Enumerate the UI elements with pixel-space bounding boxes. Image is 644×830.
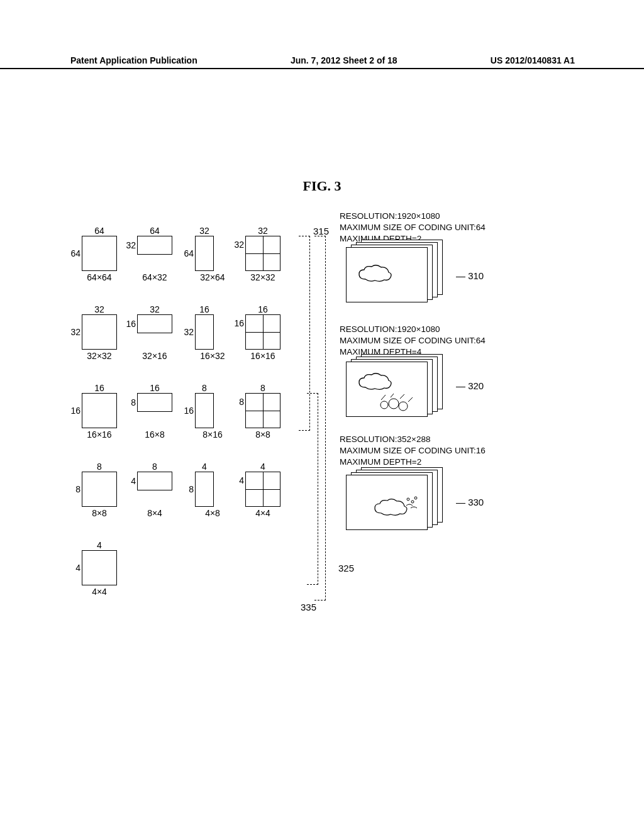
cell-left-label: 16: [181, 406, 194, 416]
cell-8x16: 8 16 8×16: [195, 393, 230, 428]
cell-top-label: 8: [245, 383, 280, 393]
cell-left-label: 16: [123, 319, 136, 329]
cell-8x8: 8 8 8×8: [82, 472, 117, 507]
cloud-scene-icon: [372, 494, 422, 523]
cell-top-label: 16: [82, 383, 117, 393]
box-icon: [137, 393, 172, 412]
svg-point-4: [411, 501, 414, 503]
box-icon: [137, 472, 172, 490]
cell-top-label: 16: [245, 304, 280, 314]
info-line: RESOLUTION:352×288: [340, 434, 486, 445]
cell-bottom-label: 4×4: [82, 587, 117, 597]
cell-8x4: 8 4 8×4: [137, 472, 172, 507]
cell-bottom-label: 32×32: [82, 351, 117, 361]
ref-320: — 320: [456, 380, 484, 391]
image-stack-330: [346, 475, 440, 538]
box-icon: [82, 236, 117, 271]
header-right: US 2012/0140831 A1: [491, 55, 575, 65]
info-block-3: RESOLUTION:352×288 MAXIMUM SIZE OF CODIN…: [340, 434, 486, 468]
cell-16x16: 16 16 16×16: [245, 314, 280, 350]
cell-left-label: 8: [68, 484, 80, 494]
cell-top-label: 4: [195, 462, 214, 472]
cell-bottom-label: 4×8: [195, 508, 230, 518]
cell-left-label: 16: [68, 406, 80, 416]
image-stack-320: [346, 362, 440, 424]
cell-left-label: 32: [181, 327, 194, 337]
cell-bottom-label: 16×32: [195, 351, 230, 361]
cell-top-label: 32: [245, 226, 280, 236]
box-split-icon: [245, 472, 280, 507]
box-icon: [195, 393, 214, 428]
cell-top-label: 32: [137, 304, 172, 314]
svg-point-5: [414, 497, 417, 499]
cell-16x8: 16 8 16×8: [137, 393, 172, 428]
cell-bottom-label: 8×4: [137, 508, 172, 518]
cell-bottom-label: 8×8: [245, 429, 280, 440]
detail-icon: [378, 392, 416, 414]
cell-left-label: 8: [123, 397, 136, 407]
cell-32x32: 32 32 32×32: [245, 236, 280, 271]
cell-left-label: 8: [181, 484, 194, 494]
cell-bottom-label: 32×64: [195, 272, 230, 282]
cell-top-label: 4: [245, 462, 280, 472]
info-block-2: RESOLUTION:1920×1080 MAXIMUM SIZE OF COD…: [340, 324, 486, 358]
box-icon: [137, 314, 172, 333]
cell-bottom-label: 16×8: [137, 429, 172, 440]
cell-top-label: 8: [82, 462, 117, 472]
ref-330: — 330: [456, 497, 484, 507]
cell-left-label: 32: [68, 327, 80, 337]
cell-top-label: 8: [137, 462, 172, 472]
cell-top-label: 8: [195, 383, 214, 393]
cell-left-label: 64: [181, 248, 194, 258]
cell-left-label: 8: [231, 397, 244, 407]
cell-32x64: 32 64 32×64: [195, 236, 230, 271]
cell-left-label: 64: [68, 248, 80, 258]
ref-310: — 310: [456, 270, 484, 281]
svg-point-0: [380, 401, 388, 409]
cell-left-label: 4: [231, 475, 244, 485]
info-line: MAXIMUM SIZE OF CODING UNIT:64: [340, 335, 486, 346]
cell-top-label: 4: [82, 540, 117, 550]
box-icon: [82, 472, 117, 507]
ref-335: 335: [301, 602, 316, 612]
ref-325: 325: [338, 563, 354, 573]
cell-8x8: 8 8 8×8: [245, 393, 280, 428]
box-icon: [195, 236, 214, 271]
cell-4x8: 4 8 4×8: [195, 472, 230, 507]
box-split-icon: [245, 236, 280, 271]
cloud-icon: [356, 263, 394, 282]
info-line: RESOLUTION:1920×1080: [340, 211, 486, 222]
cell-bottom-label: 16×16: [82, 429, 117, 440]
svg-point-1: [389, 399, 399, 409]
box-split-icon: [245, 314, 280, 350]
cell-64x64: 64 64 64×64: [82, 236, 117, 271]
cell-16x16: 16 16 16×16: [82, 393, 117, 428]
cell-4x4: 4 4 4×4: [82, 550, 117, 585]
cell-bottom-label: 64×64: [82, 272, 117, 282]
cell-bottom-label: 32×16: [137, 351, 172, 361]
cell-top-label: 64: [82, 226, 117, 236]
cell-top-label: 16: [137, 383, 172, 393]
cell-16x32: 16 32 16×32: [195, 314, 230, 350]
info-line: MAXIMUM SIZE OF CODING UNIT:16: [340, 445, 486, 456]
image-stack-310: [346, 247, 440, 310]
figure-title: FIG. 3: [0, 178, 644, 194]
cell-left-label: 32: [231, 240, 244, 250]
header-left: Patent Application Publication: [70, 55, 197, 65]
cell-32x16: 32 16 32×16: [137, 314, 172, 350]
box-icon: [137, 236, 172, 255]
box-icon: [82, 393, 117, 428]
box-icon: [82, 550, 117, 585]
header-center: Jun. 7, 2012 Sheet 2 of 18: [291, 55, 397, 65]
bracket-335-icon: [314, 236, 326, 600]
cell-top-label: 64: [137, 226, 172, 236]
cell-bottom-label: 16×16: [245, 351, 280, 361]
info-line: MAXIMUM SIZE OF CODING UNIT:64: [340, 222, 486, 233]
cell-32x32: 32 32 32×32: [82, 314, 117, 350]
frame-icon: [346, 475, 428, 530]
cell-64x32: 64 32 64×32: [137, 236, 172, 271]
box-icon: [82, 314, 117, 350]
cell-left-label: 4: [68, 563, 80, 573]
svg-point-2: [399, 402, 408, 411]
cell-bottom-label: 32×32: [245, 272, 280, 282]
